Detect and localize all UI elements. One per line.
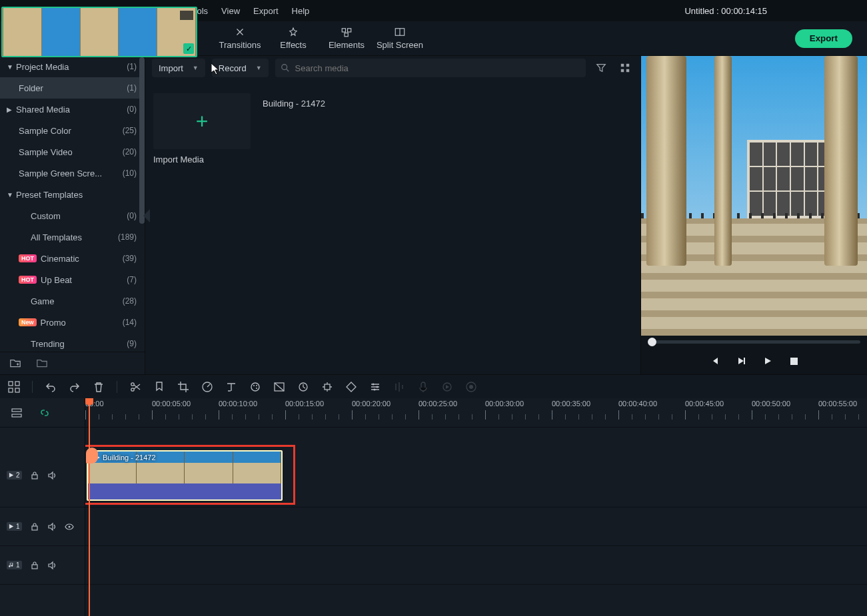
tab-split-screen[interactable]: Split Screen <box>373 21 427 56</box>
preview-seekbar[interactable] <box>641 336 867 348</box>
delete-icon[interactable] <box>93 381 105 393</box>
track-head-video-2[interactable]: 2 <box>0 444 85 507</box>
new-folder-icon[interactable] <box>9 358 21 369</box>
text-icon[interactable] <box>225 381 237 393</box>
ruler-segment[interactable]: 00:00:35:00 <box>552 398 618 427</box>
tree-count: (0) <box>127 105 137 114</box>
ruler-segment[interactable]: 00:00:10:00 <box>219 398 285 427</box>
tree-cinematic[interactable]: HOT Cinematic (39) <box>0 248 145 269</box>
play-pause-button[interactable] <box>736 356 746 366</box>
marker-icon[interactable] <box>153 381 165 393</box>
lock-icon[interactable] <box>30 471 39 480</box>
tree-trending[interactable]: Trending (9) <box>0 333 145 352</box>
tree-project-media[interactable]: ▼ Project Media (1) <box>0 56 145 77</box>
crop-icon[interactable] <box>177 381 189 393</box>
search-media-field[interactable] <box>275 59 586 77</box>
tree-shared-media[interactable]: ▶ Shared Media (0) <box>0 99 145 120</box>
tree-label: Project Media <box>16 62 127 72</box>
video-track-badge: 2 <box>7 471 22 479</box>
track-head-video-1[interactable]: 1 <box>0 507 85 546</box>
chevron-down-icon: ▼ <box>256 65 262 71</box>
svg-point-22 <box>253 385 255 386</box>
ruler-segment[interactable]: 00:00:45:00 <box>685 398 752 427</box>
svg-point-24 <box>256 388 257 389</box>
media-clip-tile[interactable]: ✓ Building - 21472 <box>263 93 360 164</box>
tab-transitions[interactable]: Transitions <box>213 21 267 56</box>
import-dropdown[interactable]: Import ▼ <box>152 59 205 77</box>
menu-export[interactable]: Export <box>253 6 279 16</box>
timeline-ruler[interactable]: 00:0000:00:05:0000:00:10:0000:00:15:0000… <box>85 398 867 428</box>
tree-sample-green[interactable]: Sample Green Scre... (10) <box>0 162 145 184</box>
tree-custom[interactable]: Custom (0) <box>0 205 145 226</box>
tree-sample-video[interactable]: Sample Video (20) <box>0 141 145 162</box>
timeline-settings-icon[interactable] <box>8 381 20 393</box>
tree-upbeat[interactable]: HOT Up Beat (7) <box>0 269 145 290</box>
import-media-tile[interactable]: + Import Media <box>153 93 251 164</box>
ruler-segment[interactable]: 00:00:40:00 <box>618 398 685 427</box>
ruler-segment[interactable]: 00:00:55:00 <box>818 398 867 427</box>
clip-thumbnail[interactable]: ✓ <box>1 7 197 57</box>
ruler-label: 00:00:25:00 <box>419 400 457 408</box>
ruler-segment[interactable]: 00:00:05:00 <box>152 398 219 427</box>
tree-all-templates[interactable]: All Templates (189) <box>0 226 145 248</box>
export-button[interactable]: Export <box>795 29 852 48</box>
eye-icon[interactable] <box>65 522 74 531</box>
auto-ripple-icon[interactable] <box>11 407 23 419</box>
audio-track-1[interactable] <box>85 546 867 585</box>
filter-icon[interactable] <box>592 59 610 77</box>
sidebar-scrollbar[interactable] <box>139 56 145 374</box>
video-track-2[interactable]: Building - 21472 <box>85 444 867 507</box>
keyframe-diamond-icon[interactable] <box>345 381 357 393</box>
tree-count: (20) <box>123 147 137 156</box>
lock-icon[interactable] <box>30 561 39 570</box>
menu-help[interactable]: Help <box>292 6 310 16</box>
undo-icon[interactable] <box>45 381 57 393</box>
ruler-segment[interactable]: 00:00 <box>85 398 152 427</box>
seek-knob[interactable] <box>648 338 656 346</box>
color-icon[interactable] <box>249 381 261 393</box>
playhead[interactable] <box>89 398 90 616</box>
ruler-segment[interactable]: 00:00:15:00 <box>285 398 352 427</box>
tree-sample-color[interactable]: Sample Color (25) <box>0 120 145 141</box>
tree-promo[interactable]: New Promo (14) <box>0 312 145 333</box>
audio-track-badge: 1 <box>7 561 22 569</box>
view-grid-icon[interactable] <box>616 59 634 77</box>
search-input[interactable] <box>295 63 580 73</box>
mute-icon[interactable] <box>47 522 57 531</box>
record-dropdown[interactable]: Record ▼ <box>212 59 269 77</box>
motion-track-icon[interactable] <box>321 381 333 393</box>
link-icon[interactable] <box>39 407 51 419</box>
tree-folder[interactable]: Folder (1) <box>0 77 145 99</box>
timeline-clip[interactable]: Building - 21472 <box>87 450 283 501</box>
import-box[interactable]: + <box>153 93 251 149</box>
speed-icon[interactable] <box>201 381 213 393</box>
ruler-segment[interactable]: 00:00:20:00 <box>352 398 419 427</box>
timeline-left-toolbar <box>0 398 85 428</box>
tree-label: Shared Media <box>16 105 127 115</box>
document-title: Untitled : 00:00:14:15 <box>684 6 767 16</box>
timeline-body[interactable]: 00:0000:00:05:0000:00:10:0000:00:15:0000… <box>85 398 867 616</box>
keyframe-icon[interactable] <box>297 381 309 393</box>
adjust-icon[interactable] <box>369 381 381 393</box>
redo-icon[interactable] <box>69 381 81 393</box>
ruler-segment[interactable]: 00:00:25:00 <box>419 398 485 427</box>
menu-view[interactable]: View <box>221 6 240 16</box>
ruler-segment[interactable]: 00:00:50:00 <box>752 398 818 427</box>
tree-game[interactable]: Game (28) <box>0 290 145 312</box>
tab-elements[interactable]: Elements <box>320 21 373 56</box>
mute-icon[interactable] <box>47 471 57 480</box>
ruler-segment[interactable]: 00:00:30:00 <box>485 398 552 427</box>
svg-rect-37 <box>32 475 37 479</box>
prev-frame-button[interactable] <box>710 356 719 366</box>
track-head-audio-1[interactable]: 1 <box>0 546 85 585</box>
folder-icon[interactable] <box>36 358 48 369</box>
play-button[interactable] <box>763 356 772 366</box>
stop-button[interactable] <box>790 357 798 366</box>
mute-icon[interactable] <box>47 561 57 570</box>
tree-preset-templates[interactable]: ▼ Preset Templates <box>0 184 145 205</box>
green-screen-icon[interactable] <box>273 381 285 393</box>
tab-effects[interactable]: Effects <box>267 21 320 56</box>
video-track-1[interactable] <box>85 507 867 546</box>
split-icon[interactable] <box>129 381 141 393</box>
lock-icon[interactable] <box>30 522 39 531</box>
